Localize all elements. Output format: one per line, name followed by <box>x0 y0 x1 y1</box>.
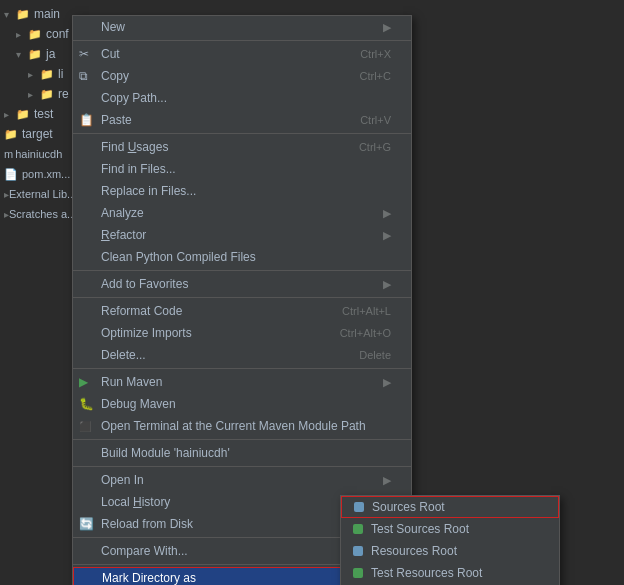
menu-item-open-terminal[interactable]: ⬛ Open Terminal at the Current Maven Mod… <box>73 415 411 437</box>
submenu-arrow-run-maven: ▶ <box>383 376 391 389</box>
menu-item-debug-maven[interactable]: 🐛 Debug Maven <box>73 393 411 415</box>
run-maven-icon: ▶ <box>79 375 88 389</box>
paste-icon: 📋 <box>79 113 94 127</box>
menu-item-paste[interactable]: 📋 Paste Ctrl+V <box>73 109 411 131</box>
menu-item-delete[interactable]: Delete... Delete <box>73 344 411 366</box>
tree-item-ja[interactable]: ▾ 📁 ja <box>0 44 80 64</box>
submenu-arrow-analyze: ▶ <box>383 207 391 220</box>
separator-6 <box>73 439 411 440</box>
menu-item-find-in-files[interactable]: Find in Files... <box>73 158 411 180</box>
menu-item-run-maven[interactable]: ▶ Run Maven ▶ <box>73 371 411 393</box>
reload-icon: 🔄 <box>79 517 94 531</box>
submenu-item-test-sources-root[interactable]: Test Sources Root <box>341 518 559 540</box>
menu-item-reformat[interactable]: Reformat Code Ctrl+Alt+L <box>73 300 411 322</box>
menu-item-optimize-imports[interactable]: Optimize Imports Ctrl+Alt+O <box>73 322 411 344</box>
menu-item-refactor[interactable]: Refactor ▶ <box>73 224 411 246</box>
terminal-icon: ⬛ <box>79 421 91 432</box>
separator-3 <box>73 270 411 271</box>
test-resources-dot <box>353 568 363 578</box>
separator-4 <box>73 297 411 298</box>
tree-item-main[interactable]: ▾ 📁 main <box>0 4 80 24</box>
submenu-mark-directory: Sources Root Test Sources Root Resources… <box>340 495 560 585</box>
submenu-item-sources-root[interactable]: Sources Root <box>341 496 559 518</box>
test-sources-dot <box>353 524 363 534</box>
submenu-arrow-favorites: ▶ <box>383 278 391 291</box>
tree-item-pom[interactable]: 📄 pom.xm... <box>0 164 80 184</box>
sidebar: ▾ 📁 main ▸ 📁 conf ▾ 📁 ja ▸ 📁 li ▸ 📁 re ▸… <box>0 0 80 585</box>
separator-5 <box>73 368 411 369</box>
separator-1 <box>73 40 411 41</box>
menu-item-find-usages[interactable]: Find Usages Ctrl+G <box>73 136 411 158</box>
submenu-arrow-new: ▶ <box>383 21 391 34</box>
menu-item-add-favorites[interactable]: Add to Favorites ▶ <box>73 273 411 295</box>
tree-item-hainiucdh[interactable]: m hainiucdh <box>0 144 80 164</box>
submenu-item-test-resources-root[interactable]: Test Resources Root <box>341 562 559 584</box>
tree-item-external[interactable]: ▸ External Lib... <box>0 184 80 204</box>
separator-7 <box>73 466 411 467</box>
tree-item-li[interactable]: ▸ 📁 li <box>0 64 80 84</box>
menu-item-build-module[interactable]: Build Module 'hainiucdh' <box>73 442 411 464</box>
cut-icon: ✂ <box>79 47 89 61</box>
copy-icon: ⧉ <box>79 69 88 83</box>
tree-item-re[interactable]: ▸ 📁 re <box>0 84 80 104</box>
sources-root-dot <box>354 502 364 512</box>
tree-item-conf[interactable]: ▸ 📁 conf <box>0 24 80 44</box>
tree-item-scratches[interactable]: ▸ Scratches a... <box>0 204 80 224</box>
menu-item-analyze[interactable]: Analyze ▶ <box>73 202 411 224</box>
submenu-arrow-open-in: ▶ <box>383 474 391 487</box>
menu-item-replace-in-files[interactable]: Replace in Files... <box>73 180 411 202</box>
submenu-item-resources-root[interactable]: Resources Root <box>341 540 559 562</box>
menu-item-new[interactable]: New ▶ <box>73 16 411 38</box>
resources-root-dot <box>353 546 363 556</box>
menu-item-copy[interactable]: ⧉ Copy Ctrl+C <box>73 65 411 87</box>
debug-maven-icon: 🐛 <box>79 397 94 411</box>
submenu-arrow-refactor: ▶ <box>383 229 391 242</box>
tree-item-test[interactable]: ▸ 📁 test <box>0 104 80 124</box>
tree-item-target[interactable]: 📁 target <box>0 124 80 144</box>
menu-item-cut[interactable]: ✂ Cut Ctrl+X <box>73 43 411 65</box>
menu-item-clean-python[interactable]: Clean Python Compiled Files <box>73 246 411 268</box>
menu-item-copy-path[interactable]: Copy Path... <box>73 87 411 109</box>
separator-2 <box>73 133 411 134</box>
menu-item-open-in[interactable]: Open In ▶ <box>73 469 411 491</box>
